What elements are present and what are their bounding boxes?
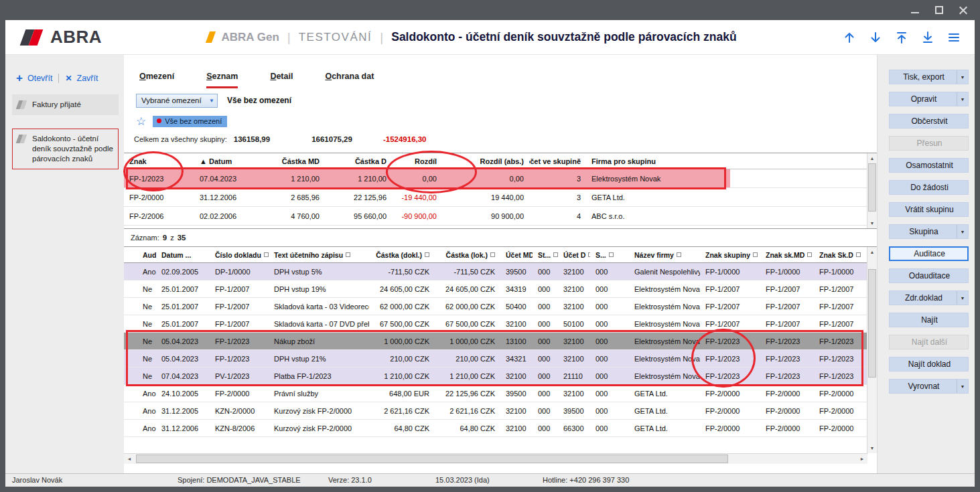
journal-column-header[interactable]: Účet D — [558, 247, 590, 262]
arrow-up-icon[interactable] — [842, 30, 857, 45]
scroll-up-icon[interactable]: ▲ — [867, 153, 877, 163]
journal-table-row[interactable]: Ne25.01.2007FP-1/2007Skladová karta - 07… — [124, 315, 867, 333]
journal-table-row[interactable]: Ne05.04.2023FP-1/2023Nákup zboží1 000,00… — [124, 333, 867, 350]
journal-column-header[interactable]: Audit — [124, 247, 156, 262]
menu-icon[interactable] — [947, 30, 961, 45]
groups-column-header[interactable]: Znak — [124, 153, 194, 169]
groups-column-header[interactable]: Počet ve skupině — [529, 153, 586, 169]
journal-column-header[interactable]: Text účetního zápisu — [269, 247, 369, 262]
close-button[interactable]: Zavřít — [77, 74, 98, 83]
filter-box-icon[interactable] — [553, 252, 558, 257]
groups-column-header[interactable]: Částka MD — [261, 153, 325, 169]
action-button-odauditace[interactable]: Odauditace — [889, 268, 969, 283]
journal-column-header[interactable]: Datum ... — [156, 247, 210, 262]
filter-box-icon[interactable] — [264, 252, 269, 257]
journal-table-row[interactable]: Ne07.04.2023PV-1/2023Platba FP-1/20231 2… — [124, 367, 867, 385]
journal-table-row[interactable]: Ano31.12.2005KZN-2/0000Kurzový zisk FP-2… — [124, 402, 867, 420]
open-window-item-saldokonto[interactable]: Saldokonto - účetní deník souvztažně pod… — [12, 129, 119, 169]
action-button-tisk-export[interactable]: Tisk, export▼ — [889, 70, 969, 84]
scrollbar-thumb[interactable] — [136, 455, 728, 463]
open-window-item-faktury[interactable]: Faktury přijaté — [12, 94, 119, 115]
journal-column-header[interactable]: Znak sk.MD — [760, 247, 814, 262]
action-button-zdr-doklad[interactable]: Zdr.doklad▼ — [889, 291, 969, 305]
minimize-icon[interactable] — [910, 5, 920, 15]
journal-column-header[interactable]: Částka (lok.) — [435, 247, 500, 262]
journal-table-row[interactable]: Ano02.09.2005DP-1/0000DPH vstup 5%-711,5… — [124, 263, 867, 280]
action-button-ob-erstvit[interactable]: Občerstvit — [889, 114, 969, 129]
filter-box-icon[interactable] — [753, 252, 758, 257]
scrollbar-track[interactable] — [135, 454, 857, 464]
action-button-auditace[interactable]: Auditace — [889, 246, 969, 261]
groups-column-header[interactable]: Rozdíl (abs.) — [442, 153, 529, 169]
dropdown-caret-icon[interactable]: ▼ — [957, 225, 968, 238]
groups-table-row[interactable]: FP-1/202307.04.20231 210,001 210,000,000… — [124, 169, 867, 188]
filter-box-icon[interactable] — [856, 252, 861, 257]
journal-cell: PV-1/2023 — [210, 367, 269, 384]
filter-box-icon[interactable] — [807, 252, 812, 257]
journal-column-header[interactable]: Účet MD — [500, 247, 533, 262]
journal-horizontal-scrollbar[interactable]: ◄ ► — [124, 453, 867, 464]
groups-column-header[interactable]: Rozdíl — [392, 153, 442, 169]
filter-box-icon[interactable] — [346, 252, 350, 257]
scroll-left-icon[interactable]: ◄ — [124, 454, 135, 464]
scroll-down-icon[interactable]: ▼ — [867, 218, 877, 228]
tab-seznam[interactable]: Seznam — [206, 72, 238, 88]
action-button-opravit[interactable]: Opravit▼ — [889, 92, 969, 106]
tab-detail[interactable]: Detail — [270, 72, 293, 88]
arrow-up-to-bar-icon[interactable] — [894, 30, 909, 45]
groups-table-row[interactable]: FP-2/200602.02.20064 760,0095 660,00-90 … — [124, 207, 867, 226]
filter-box-icon[interactable] — [677, 252, 681, 257]
journal-column-header[interactable]: Název firmy — [629, 247, 700, 262]
tab-omezeni[interactable]: Omezení — [139, 72, 174, 88]
journal-column-header[interactable]: Znak Sk.D — [814, 247, 866, 262]
journal-cell: 25.01.2007 — [156, 315, 210, 332]
journal-vertical-scrollbar[interactable]: ▲ ▼ — [867, 247, 877, 453]
filter-box-icon[interactable] — [490, 252, 495, 257]
journal-column-header[interactable]: Číslo dokladu — [210, 247, 269, 262]
action-button-do-dosti[interactable]: Do žádosti — [889, 180, 969, 195]
tab-ochrana-dat[interactable]: Ochrana dat — [325, 72, 374, 88]
scroll-right-icon[interactable]: ► — [857, 454, 867, 464]
groups-vertical-scrollbar[interactable]: ▲ ▼ — [867, 153, 877, 228]
filter-box-icon[interactable] — [425, 252, 429, 257]
action-button-osamostatnit[interactable]: Osamostatnit — [889, 158, 969, 173]
scrollbar-thumb[interactable] — [868, 163, 876, 212]
dropdown-caret-icon[interactable]: ▼ — [957, 92, 968, 106]
groups-table-row[interactable]: FP-2/000031.12.20062 685,9622 125,96-19 … — [124, 188, 867, 207]
dropdown-caret-icon[interactable]: ▼ — [957, 291, 968, 305]
action-button-naj-t-doklad[interactable]: Najít doklad — [889, 357, 969, 372]
journal-column-header[interactable]: Znak skupiny — [700, 247, 760, 262]
journal-column-header[interactable]: S... — [590, 247, 629, 262]
open-button[interactable]: Otevřít — [27, 74, 53, 83]
scroll-down-icon[interactable]: ▼ — [867, 443, 877, 453]
journal-table-row[interactable]: Ne25.01.2007FP-1/2007DPH vstup 19%24 605… — [124, 280, 867, 298]
journal-cell: FP-2/0000 — [760, 420, 814, 436]
action-button-naj-t[interactable]: Najít — [889, 313, 969, 327]
journal-column-header[interactable]: Částka (dokl.) — [369, 247, 435, 262]
groups-column-header[interactable]: Firma pro skupinu — [586, 153, 730, 169]
dropdown-caret-icon[interactable]: ▼ — [957, 380, 968, 393]
arrow-down-icon[interactable] — [868, 30, 883, 45]
journal-column-header[interactable]: St... — [533, 247, 558, 262]
journal-table-row[interactable]: Ano31.12.2006KZN-8/2006Kurzový zisk FP-2… — [124, 420, 867, 437]
journal-table-row[interactable]: Ano24.10.2005FP-2/0000Právní služby648,0… — [124, 385, 867, 402]
arrow-down-to-bar-icon[interactable] — [920, 30, 935, 45]
scrollbar-thumb[interactable] — [868, 269, 876, 378]
scrollbar-track[interactable] — [867, 163, 877, 218]
maximize-icon[interactable] — [934, 5, 944, 15]
action-button-vr-tit-skupinu[interactable]: Vrátit skupinu — [889, 202, 969, 217]
scroll-up-icon[interactable]: ▲ — [867, 247, 877, 257]
journal-table-row[interactable]: Ne25.01.2007FP-1/2007Skladová karta - 03… — [124, 298, 867, 315]
groups-column-header[interactable]: ▲ Datum — [194, 153, 261, 169]
restriction-chip[interactable]: Vše bez omezení — [153, 116, 227, 127]
filter-box-icon[interactable] — [609, 252, 614, 257]
dropdown-caret-icon[interactable]: ▼ — [957, 70, 968, 84]
groups-column-header[interactable]: Částka D — [325, 153, 392, 169]
journal-table-row[interactable]: Ne05.04.2023FP-1/2023DPH vstup 21%210,00… — [124, 350, 867, 367]
action-button-vyrovnat[interactable]: Vyrovnat▼ — [889, 379, 969, 394]
restriction-combobox[interactable]: Vybrané omezení ▼ — [136, 94, 218, 108]
action-button-skupina[interactable]: Skupina▼ — [889, 224, 969, 239]
close-icon[interactable] — [959, 5, 968, 15]
star-icon[interactable]: ☆ — [136, 116, 146, 127]
scrollbar-track[interactable] — [867, 257, 877, 443]
